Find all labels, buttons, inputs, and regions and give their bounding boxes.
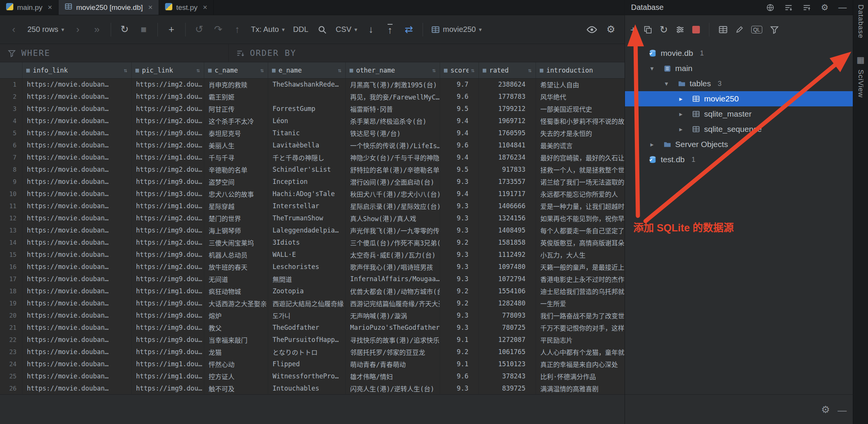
cell-introduction[interactable]: 平民励志片	[536, 334, 625, 346]
sciview-grid-icon[interactable]: ▦	[857, 55, 865, 65]
cell-e-name[interactable]: 無間道	[268, 273, 345, 285]
cell-e-name[interactable]: となりのトトロ	[268, 346, 345, 358]
cell-other-name[interactable]: 太空奇兵·威E(港)/瓦力(台)	[345, 248, 440, 261]
cell-info-link[interactable]: https://movie.douban…	[22, 346, 131, 358]
cell-rated[interactable]: 1554106	[479, 285, 536, 297]
cell-rated[interactable]: 1760595	[479, 127, 536, 139]
cell-rated[interactable]: 1112492	[479, 248, 536, 261]
cell-score[interactable]: 9.4	[440, 127, 479, 139]
cell-introduction[interactable]: 每个人都要走一条自己坚定了的路	[536, 224, 625, 236]
export-format-button[interactable]: CSV ▾	[333, 21, 361, 38]
row-number[interactable]: 5	[0, 127, 22, 139]
cell-pic-link[interactable]: https://img1.dou…	[131, 358, 204, 370]
row-number[interactable]: 9	[0, 176, 22, 188]
cell-e-name[interactable]: TheGodfather	[268, 321, 345, 334]
row-number[interactable]: 21	[0, 321, 22, 334]
row-number[interactable]: 8	[0, 163, 22, 176]
column-header-introduction[interactable]: ▦introduction⇅	[536, 62, 625, 78]
sort-arrows-icon[interactable]: ⇅	[338, 67, 341, 74]
cell-pic-link[interactable]: https://img2.dou…	[131, 261, 204, 273]
cell-other-name[interactable]: 神隐少女(台)/千与千寻的神隐	[345, 151, 440, 163]
cell-pic-link[interactable]: https://img2.dou…	[131, 115, 204, 127]
cell-info-link[interactable]: https://movie.douban…	[22, 78, 131, 90]
cell-introduction[interactable]: 满满温情的高雅喜剧	[536, 382, 625, 394]
cell-e-name[interactable]: WALL·E	[268, 248, 345, 261]
row-number[interactable]: 15	[0, 248, 22, 261]
cell-c-name[interactable]: 控方证人	[204, 370, 268, 382]
cell-score[interactable]: 9.3	[440, 261, 479, 273]
cell-introduction[interactable]: 拯救一个人，就是拯救整个世界	[536, 163, 625, 176]
tool-button-database[interactable]: Database	[857, 5, 865, 38]
stop-connection-icon[interactable]	[692, 26, 700, 33]
row-number[interactable]: 20	[0, 309, 22, 321]
cell-score[interactable]: 9.3	[440, 224, 479, 236]
undo-button[interactable]: ↺	[191, 21, 208, 38]
sort-arrows-icon[interactable]: ⇅	[432, 67, 436, 74]
cell-info-link[interactable]: https://movie.douban…	[22, 248, 131, 261]
cell-c-name[interactable]: 疯狂动物城	[204, 285, 268, 297]
previous-page-button[interactable]: ‹	[5, 21, 22, 38]
cell-rated[interactable]: 1272087	[479, 334, 536, 346]
tree-item-server-objects[interactable]: ▸Server Objects	[625, 137, 853, 152]
cell-introduction[interactable]: 风华绝代	[536, 90, 625, 103]
row-number[interactable]: 10	[0, 188, 22, 200]
cell-info-link[interactable]: https://movie.douban…	[22, 382, 131, 394]
cell-other-name[interactable]: 优兽大都会(港)/动物方城市(台	[345, 285, 440, 297]
cell-score[interactable]: 9.4	[440, 115, 479, 127]
cell-c-name[interactable]: 肖申克的救赎	[204, 78, 268, 90]
chevron-right-icon[interactable]: ▸	[674, 95, 688, 103]
cell-info-link[interactable]: https://movie.douban…	[22, 321, 131, 334]
tree-item-sqlite-master[interactable]: ▸sqlite_master	[625, 106, 853, 122]
cell-c-name[interactable]: 触不可及	[204, 382, 268, 394]
cell-c-name[interactable]: 楚门的世界	[204, 212, 268, 224]
cell-info-link[interactable]: https://movie.douban…	[22, 115, 131, 127]
cell-e-name[interactable]: TheTrumanShow	[268, 212, 345, 224]
cell-rated[interactable]: 917833	[479, 163, 536, 176]
new-datasource-button[interactable]: +	[630, 24, 636, 36]
cell-e-name[interactable]: Hachi:ADog'sTale	[268, 188, 345, 200]
cell-other-name[interactable]: MarioPuzo'sTheGodfather	[345, 321, 440, 334]
cell-e-name[interactable]: Titanic	[268, 127, 345, 139]
cell-introduction[interactable]: 诺兰给了我们一场无法盗取的梦	[536, 176, 625, 188]
gear-icon[interactable]: ⚙	[821, 404, 830, 416]
cell-rated[interactable]: 1408495	[479, 224, 536, 236]
cell-c-name[interactable]: 怦然心动	[204, 358, 268, 370]
row-number[interactable]: 13	[0, 224, 22, 236]
chevron-right-icon[interactable]: ▸	[674, 125, 688, 133]
cell-other-name[interactable]: 秋田犬八千(港)/忠犬小八(台)	[345, 188, 440, 200]
cell-c-name[interactable]: 龙猫	[204, 346, 268, 358]
cell-rated[interactable]: 1799212	[479, 103, 536, 115]
ddl-button[interactable]: DDL	[290, 21, 312, 38]
cell-other-name[interactable]: 铁达尼号(港/台)	[345, 127, 440, 139]
cell-info-link[interactable]: https://movie.douban…	[22, 236, 131, 248]
row-number[interactable]: 11	[0, 200, 22, 212]
cell-e-name[interactable]: Leschoristes	[268, 261, 345, 273]
cell-pic-link[interactable]: https://img9.dou…	[131, 224, 204, 236]
add-row-button[interactable]: +	[163, 21, 180, 38]
row-number[interactable]: 4	[0, 115, 22, 127]
cell-info-link[interactable]: https://movie.douban…	[22, 103, 131, 115]
cell-rated[interactable]: 778093	[479, 309, 536, 321]
cell-introduction[interactable]: 怪蜀黍和小萝莉不得不说的故事	[536, 115, 625, 127]
tree-item-main[interactable]: ▾main	[625, 61, 853, 76]
cell-c-name[interactable]: 辛德勒的名单	[204, 163, 268, 176]
cell-score[interactable]: 9.6	[440, 139, 479, 151]
cell-rated[interactable]: 1510123	[479, 358, 536, 370]
order-by-filter-input[interactable]: ORDER BY	[228, 44, 304, 62]
cell-c-name[interactable]: 星际穿越	[204, 200, 268, 212]
tree-item-movie250[interactable]: ▸movie250	[625, 91, 853, 106]
cell-other-name[interactable]: 真人Show(港)/真人戏	[345, 212, 440, 224]
compare-button[interactable]: ⇄	[401, 21, 417, 38]
cell-other-name[interactable]: 雄才伟略/情妇	[345, 370, 440, 382]
cell-pic-link[interactable]: https://img3.dou…	[131, 90, 204, 103]
stop-button[interactable]: ■	[135, 21, 152, 38]
cell-introduction[interactable]: 失去的才是永恒的	[536, 127, 625, 139]
sort-arrows-icon[interactable]: ⇅	[124, 67, 127, 74]
cell-rated[interactable]: 1191717	[479, 188, 536, 200]
settings-button[interactable]: ⚙	[603, 21, 619, 38]
cell-score[interactable]: 9.4	[440, 151, 479, 163]
submit-button[interactable]: ↑	[229, 21, 246, 38]
cell-score[interactable]: 9.7	[440, 78, 479, 90]
row-number[interactable]: 6	[0, 139, 22, 151]
cell-e-name[interactable]	[268, 90, 345, 103]
